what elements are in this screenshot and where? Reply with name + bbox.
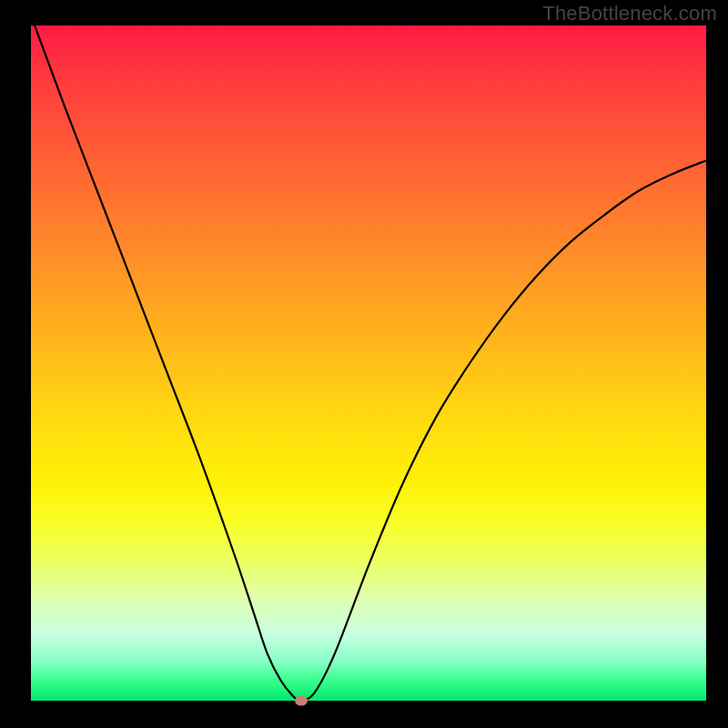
minimum-marker [295, 696, 308, 706]
bottleneck-curve [31, 25, 706, 701]
chart-plot-area [31, 25, 706, 701]
watermark-text: TheBottleneck.com [542, 2, 717, 25]
